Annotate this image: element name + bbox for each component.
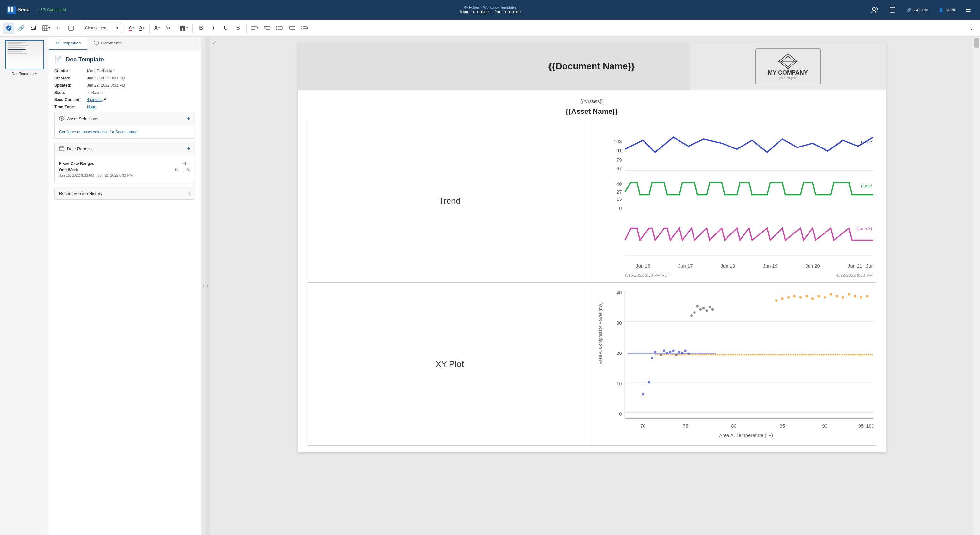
indent-decrease-button[interactable] <box>262 22 273 34</box>
date-add-button[interactable]: + <box>187 145 191 152</box>
separator-3 <box>149 24 150 33</box>
trend-label-cell: Trend <box>308 119 592 283</box>
list-button[interactable]: ▾ <box>274 22 285 34</box>
separator-2 <box>124 24 124 33</box>
thumb-dropdown-arrow[interactable]: ▾ <box>35 71 37 75</box>
indent-increase-button[interactable] <box>286 22 298 34</box>
check-icon: ✓ <box>36 8 39 12</box>
svg-text:20: 20 <box>616 351 622 356</box>
underline-button[interactable]: U <box>220 22 231 34</box>
text-color-button[interactable]: A ▾ <box>127 23 136 34</box>
panel-collapse-handle[interactable]: ‹ <box>201 37 205 535</box>
svg-rect-20 <box>180 29 182 31</box>
more-colors-button[interactable]: ▾ <box>178 23 190 34</box>
meta-created: Created: Jun 22, 2022 8:31 PM <box>54 76 195 80</box>
collapse-arrow-icon: ‹ <box>202 284 204 288</box>
tab-comments[interactable]: 💬 Comments <box>87 37 128 50</box>
svg-point-101 <box>678 351 680 353</box>
svg-point-96 <box>663 350 665 352</box>
week-nav-icon[interactable]: ⊣ <box>181 168 185 172</box>
bold-button[interactable]: B <box>195 22 207 34</box>
strikethrough-button[interactable]: S <box>232 22 244 34</box>
seeq-logo-icon[interactable]: Seeq <box>6 5 29 15</box>
meta-seeq-content: Seeq Content: 4 pieces ↗ <box>54 97 195 102</box>
svg-point-113 <box>775 299 777 302</box>
align-button[interactable]: ▾ <box>249 22 260 34</box>
insert-table-button[interactable]: ▾ <box>40 22 52 34</box>
scrollbar-thumb[interactable] <box>974 38 979 48</box>
notifications-button[interactable] <box>886 5 899 15</box>
doc-file-icon: 📄 <box>54 56 62 64</box>
xy-chart: 40 30 20 10 0 70 75 80 85 90 <box>595 285 873 443</box>
week-edit-icon[interactable]: ✎ <box>186 168 191 172</box>
seeq-content-link[interactable]: 4 pieces <box>87 97 102 102</box>
heading-dropdown[interactable]: Choose hea... ▾ <box>82 23 121 34</box>
doc-expand-icon[interactable]: ⤢ <box>213 39 217 45</box>
insert-image-button[interactable]: 🖼 <box>28 22 39 34</box>
fixed-range-nav-icon[interactable]: ⊣ <box>182 161 186 166</box>
ordered-list-icon: 1. 2. 3. <box>301 26 307 30</box>
version-history-header[interactable]: Recent Version History › <box>54 187 195 200</box>
table-icon <box>43 25 48 31</box>
align-icon <box>251 26 257 30</box>
users-button[interactable] <box>869 5 881 15</box>
user-menu-button[interactable]: 👤 Mark <box>936 6 958 14</box>
trend-label: Trend <box>439 196 461 206</box>
hamburger-menu-button[interactable]: ☰ <box>963 5 974 15</box>
svg-point-116 <box>793 295 795 297</box>
seeq-content-button[interactable] <box>3 22 14 34</box>
svg-point-110 <box>705 309 708 311</box>
italic-button[interactable]: I <box>208 22 219 34</box>
company-logo: MY COMPANY your slogan <box>755 48 821 85</box>
timezone-link[interactable]: None <box>87 105 96 109</box>
thumb-lines <box>6 42 32 54</box>
asset-selections-header[interactable]: Asset Selections + <box>54 112 195 126</box>
breadcrumb-workbook-link[interactable]: Workbook Templates <box>483 5 517 9</box>
doc-body: {{#Assets}} {{Asset Name}} Trend <box>298 89 886 452</box>
meta-state: State: ✓ Saved <box>54 90 195 95</box>
breadcrumb-separator: » <box>480 5 483 9</box>
fixed-range-add-icon[interactable]: + <box>188 161 191 166</box>
meta-timezone: Time Zone: None <box>54 105 195 109</box>
doc-name-label: Doc Template <box>66 56 104 63</box>
configure-asset-link[interactable]: Configure an asset selection for Seeq co… <box>59 130 138 134</box>
svg-rect-2 <box>11 6 13 9</box>
asset-add-button[interactable]: + <box>187 115 191 122</box>
xy-plot-chart-cell: 40 30 20 10 0 70 75 80 85 90 <box>592 283 876 446</box>
right-collapse-handle[interactable]: ‹ <box>205 37 210 535</box>
svg-point-119 <box>811 297 813 300</box>
insert-special-button[interactable] <box>65 22 76 34</box>
asset-selections-body: Configure an asset selection for Seeq co… <box>54 126 195 138</box>
insert-arrow-button[interactable]: ↔ <box>53 22 64 34</box>
breadcrumb-folder-link[interactable]: My Folder <box>463 5 479 9</box>
font-size-down-button[interactable]: A ▾ <box>163 23 172 34</box>
highlight-icon: A <box>139 25 142 31</box>
doc-title-cell: {{Document Name}} <box>494 43 690 89</box>
svg-text:Jun 21: Jun 21 <box>848 263 862 268</box>
refresh-icon[interactable]: ↻ <box>175 168 179 172</box>
get-link-button[interactable]: 🔗 Get link <box>904 6 931 14</box>
page-title: Topic Template - Doc Template <box>459 9 521 14</box>
highlight-color-button[interactable]: A ▾ <box>137 23 146 34</box>
svg-text:80: 80 <box>731 423 737 429</box>
ordered-list-button[interactable]: 1. 2. 3. ▾ <box>299 22 310 34</box>
document-area[interactable]: ⤢ {{Document Name}} <box>210 37 974 535</box>
panel-tabs: ⚙ Properties 💬 Comments <box>49 37 200 50</box>
date-ranges-header[interactable]: Date Ranges + <box>54 142 195 156</box>
saved-badge: ✓ Saved <box>87 90 103 95</box>
svg-rect-10 <box>43 26 48 31</box>
main-layout: Doc Template ▾ ⚙ Properties 💬 Comments 📄… <box>0 37 980 535</box>
svg-point-111 <box>708 306 711 308</box>
svg-text:Jun 22: Jun 22 <box>865 263 873 268</box>
font-size-down-chevron: ▾ <box>169 27 170 30</box>
svg-point-109 <box>702 307 705 309</box>
doc-thumbnail[interactable] <box>5 40 44 69</box>
svg-text:(Lane: (Lane <box>861 184 872 188</box>
xy-plot-label-cell: XY Plot <box>308 283 592 446</box>
font-size-up-button[interactable]: A ▾ <box>152 23 162 34</box>
svg-rect-55 <box>595 122 873 279</box>
insert-link-button[interactable]: 🔗 <box>16 22 27 34</box>
more-options-button[interactable]: ⋮ <box>966 22 977 34</box>
right-scrollbar[interactable] <box>974 37 980 535</box>
tab-properties[interactable]: ⚙ Properties <box>49 37 87 50</box>
